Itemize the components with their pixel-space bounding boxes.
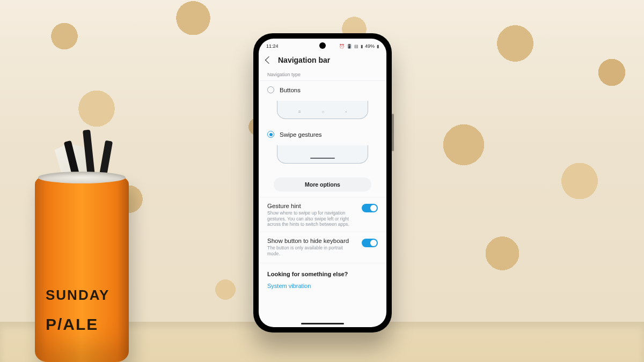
page-title: Navigation bar bbox=[278, 56, 330, 64]
toggle-gesture-hint[interactable] bbox=[362, 204, 378, 212]
gesture-hint-desc: Show where to swipe up for navigation ge… bbox=[267, 210, 356, 227]
page-header: Navigation bar bbox=[259, 51, 386, 70]
signal-icon: ▮ bbox=[361, 44, 363, 49]
recents-icon: ≡ bbox=[298, 109, 301, 114]
gesture-hint-title: Gesture hint bbox=[267, 203, 356, 209]
toggle-hide-keyboard[interactable] bbox=[362, 239, 378, 247]
section-label-nav-type: Navigation type bbox=[259, 70, 386, 81]
back-glyph-icon: ‹ bbox=[345, 109, 347, 114]
can-label-line1: SUNDAY bbox=[46, 287, 109, 304]
orange-can: SUNDAY P/ALE bbox=[35, 177, 129, 362]
preview-buttons: ≡ ○ ‹ bbox=[274, 98, 371, 121]
system-gesture-bar[interactable] bbox=[301, 323, 344, 324]
battery-text: 49% bbox=[365, 43, 375, 49]
hide-keyboard-title: Show button to hide keyboard bbox=[267, 238, 356, 244]
preview-buttons-icons: ≡ ○ ‹ bbox=[277, 109, 368, 114]
can-label-line2: P/ALE bbox=[46, 315, 98, 334]
status-time: 11:24 bbox=[266, 43, 279, 49]
front-camera-hole bbox=[319, 42, 326, 49]
row-gesture-hint[interactable]: Gesture hint Show where to swipe up for … bbox=[259, 197, 386, 232]
radio-buttons[interactable] bbox=[267, 86, 274, 93]
option-buttons[interactable]: Buttons bbox=[259, 81, 386, 94]
preview-swipe bbox=[274, 142, 371, 166]
radio-swipe[interactable] bbox=[267, 131, 274, 138]
back-icon[interactable] bbox=[265, 56, 273, 64]
alarm-icon: ⏰ bbox=[339, 44, 345, 49]
phone-screen: 11:24 ⏰ 📳 ▤ ▮ 49% ▮ Navigation bar Navig… bbox=[259, 39, 386, 327]
vibrate-icon: 📳 bbox=[347, 44, 352, 49]
battery-icon: ▮ bbox=[377, 44, 379, 49]
home-icon: ○ bbox=[322, 109, 325, 114]
wifi-icon: ▤ bbox=[354, 44, 358, 49]
gesture-hint-bar-icon bbox=[310, 158, 335, 159]
option-buttons-label: Buttons bbox=[280, 87, 301, 93]
option-swipe-label: Swipe gestures bbox=[280, 131, 322, 138]
footer-heading: Looking for something else? bbox=[259, 263, 386, 279]
row-hide-keyboard-button[interactable]: Show button to hide keyboard The button … bbox=[259, 232, 386, 261]
footer-link-system-vibration[interactable]: System vibration bbox=[259, 279, 386, 297]
more-options-button[interactable]: More options bbox=[274, 178, 371, 191]
option-swipe[interactable]: Swipe gestures bbox=[259, 125, 386, 139]
hide-keyboard-desc: The button is only available in portrait… bbox=[267, 245, 356, 256]
phone-frame: 11:24 ⏰ 📳 ▤ ▮ 49% ▮ Navigation bar Navig… bbox=[253, 33, 392, 333]
